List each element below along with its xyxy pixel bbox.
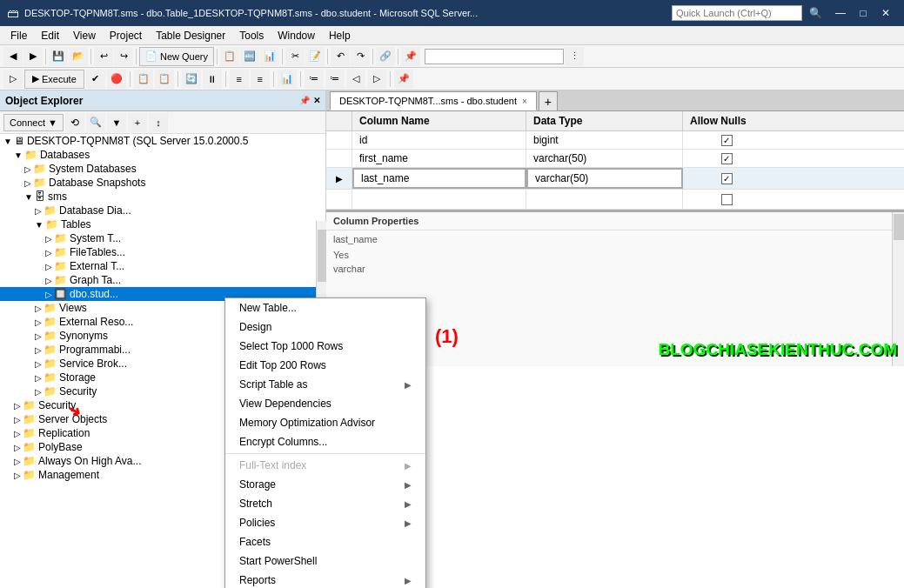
- server-label: DESKTOP-TQPNM8T (SQL Server 15.0.2000.5: [27, 135, 249, 147]
- oe-btn5[interactable]: ↕: [149, 113, 168, 132]
- tree-item-file-t[interactable]: ▷ 📁 FileTables...: [0, 245, 325, 259]
- menu-item-view[interactable]: View: [66, 26, 103, 44]
- tree-item-sys-t[interactable]: ▷ 📁 System T...: [0, 231, 325, 245]
- tree-item-databases[interactable]: ▼ 📁 Databases: [0, 148, 325, 162]
- tab-close-icon[interactable]: ×: [522, 97, 527, 106]
- row2-null[interactable]: ✓: [683, 150, 770, 167]
- tree-item-ext-t[interactable]: ▷ 📁 External T...: [0, 259, 325, 273]
- tb2-btnD[interactable]: ◁: [346, 70, 365, 89]
- save-btn[interactable]: 💾: [49, 47, 68, 66]
- tree-item-db-dia[interactable]: ▷ 📁 Database Dia...: [0, 204, 325, 217]
- tb2-btnB[interactable]: ≔: [305, 70, 324, 89]
- ctx-item-fulltext[interactable]: Full-Text index ▶: [225, 456, 425, 475]
- row2-checkbox[interactable]: ✓: [721, 153, 733, 164]
- menu-item-file[interactable]: File: [3, 26, 34, 44]
- tree-item-graph-t[interactable]: ▷ 📁 Graph Ta...: [0, 273, 325, 287]
- tb-btn5[interactable]: 📝: [305, 47, 325, 66]
- oe-btn2[interactable]: 🔍: [86, 113, 105, 132]
- tab-new[interactable]: +: [539, 91, 558, 110]
- tb2-btnC[interactable]: ≔: [325, 70, 345, 89]
- tb2-btn3[interactable]: 🔴: [107, 70, 126, 89]
- tree-item-tables[interactable]: ▼ 📁 Tables: [0, 217, 325, 231]
- ctx-item-mem-opt[interactable]: Memory Optimization Advisor: [225, 413, 425, 432]
- ctx-item-new-table[interactable]: New Table...: [225, 298, 425, 317]
- ctx-item-select-top[interactable]: Select Top 1000 Rows: [225, 337, 425, 356]
- table-row-active[interactable]: ▶ last_name varchar(50) ✓: [326, 168, 904, 190]
- row1-null[interactable]: ✓: [683, 131, 770, 149]
- tb-btn6[interactable]: ↶: [331, 47, 350, 66]
- oe-close-icon[interactable]: ✕: [313, 96, 320, 105]
- tb2-btnE[interactable]: ▷: [367, 70, 386, 89]
- maximize-button[interactable]: □: [852, 4, 874, 22]
- tree-item-db-snap[interactable]: ▷ 📁 Database Snapshots: [0, 176, 325, 190]
- row1-checkbox[interactable]: ✓: [721, 135, 733, 146]
- tb2-btn1[interactable]: ▷: [3, 70, 23, 89]
- minimize-button[interactable]: —: [829, 4, 852, 22]
- ctx-item-reports[interactable]: Reports ▶: [225, 571, 425, 588]
- tb-more[interactable]: ⋮: [565, 47, 584, 66]
- menu-item-tools[interactable]: Tools: [232, 26, 271, 44]
- sms-label: sms: [48, 190, 67, 203]
- execute-btn[interactable]: ▶ Execute: [24, 70, 84, 89]
- close-button[interactable]: ✕: [874, 4, 897, 22]
- table-row[interactable]: first_name varchar(50) ✓: [326, 150, 904, 168]
- tb2-btn4[interactable]: 📋: [134, 70, 153, 89]
- ctx-item-design[interactable]: Design: [225, 317, 425, 337]
- back-btn[interactable]: ◀: [3, 47, 23, 66]
- tb2-btn8[interactable]: ≡: [230, 70, 249, 89]
- svc-brok-icon: 📁: [44, 357, 57, 370]
- open-btn[interactable]: 📂: [69, 47, 88, 66]
- ctx-item-edit-top[interactable]: Edit Top 200 Rows: [225, 356, 425, 375]
- row3-checkbox[interactable]: ✓: [721, 173, 733, 184]
- ctx-item-powershell[interactable]: Start PowerShell: [225, 551, 425, 571]
- new-query-icon: 📄: [145, 50, 157, 62]
- ctx-item-storage[interactable]: Storage ▶: [225, 475, 425, 494]
- ctx-item-script[interactable]: Script Table as ▶: [225, 375, 425, 394]
- menu-item-window[interactable]: Window: [271, 26, 322, 44]
- toolbar-input[interactable]: [425, 49, 564, 64]
- tb-btn2[interactable]: 🔤: [240, 47, 259, 66]
- oe-btn3[interactable]: ▼: [107, 113, 126, 132]
- menu-item-table-designer[interactable]: Table Designer: [149, 26, 232, 44]
- tb-btn4[interactable]: ✂: [285, 47, 305, 66]
- tb2-btnF[interactable]: 📌: [394, 70, 413, 89]
- menu-item-project[interactable]: Project: [103, 26, 149, 44]
- tb-btn9[interactable]: 📌: [401, 47, 420, 66]
- table-row[interactable]: id bigint ✓: [326, 131, 904, 150]
- ctx-item-stretch[interactable]: Stretch ▶: [225, 494, 425, 513]
- tb-btn1[interactable]: 📋: [220, 47, 239, 66]
- tb-btn3[interactable]: 📊: [260, 47, 279, 66]
- new-query-btn[interactable]: 📄 New Query: [139, 47, 214, 66]
- table-row-empty[interactable]: [326, 190, 904, 210]
- tb2-btn5[interactable]: 📋: [155, 70, 174, 89]
- ctx-item-encrypt[interactable]: Encrypt Columns...: [225, 432, 425, 451]
- tree-item-sys-db[interactable]: ▷ 📁 System Databases: [0, 162, 325, 176]
- ctx-item-view-deps[interactable]: View Dependencies: [225, 394, 425, 413]
- oe-connect-btn[interactable]: Connect ▼: [3, 114, 64, 131]
- tb-btn8[interactable]: 🔗: [376, 47, 395, 66]
- oe-btn1[interactable]: ⟲: [65, 113, 84, 132]
- undo-btn[interactable]: ↩: [94, 47, 113, 66]
- tab-active[interactable]: DESKTOP-TQPNM8T...sms - dbo.student ×: [330, 91, 537, 110]
- quick-launch-input[interactable]: [672, 5, 802, 21]
- menu-item-help[interactable]: Help: [322, 26, 358, 44]
- fwd-btn[interactable]: ▶: [23, 47, 43, 66]
- ctx-item-facets[interactable]: Facets: [225, 532, 425, 551]
- tb-btn7[interactable]: ↷: [351, 47, 370, 66]
- polybase-icon: 📁: [23, 441, 36, 453]
- oe-toolbar: Connect ▼ ⟲ 🔍 ▼ + ↕: [0, 111, 325, 134]
- redo-btn[interactable]: ↪: [114, 47, 133, 66]
- menu-item-edit[interactable]: Edit: [34, 26, 66, 44]
- dbo-student-icon: 🔲: [54, 288, 67, 300]
- tb2-btn7[interactable]: ⏸: [203, 70, 222, 89]
- oe-pin-icon[interactable]: 📌: [299, 96, 310, 105]
- tb2-btnA[interactable]: 📊: [278, 70, 297, 89]
- tb2-btn6[interactable]: 🔄: [182, 70, 201, 89]
- tb2-btn9[interactable]: ≡: [251, 70, 270, 89]
- ctx-item-policies[interactable]: Policies ▶: [225, 513, 425, 532]
- row3-null[interactable]: ✓: [683, 168, 770, 189]
- tree-item-server[interactable]: ▼ 🖥 DESKTOP-TQPNM8T (SQL Server 15.0.200…: [0, 134, 325, 148]
- tree-item-sms[interactable]: ▼ 🗄 sms: [0, 190, 325, 204]
- tb2-btn2[interactable]: ✔: [86, 70, 105, 89]
- oe-btn4[interactable]: +: [128, 113, 147, 132]
